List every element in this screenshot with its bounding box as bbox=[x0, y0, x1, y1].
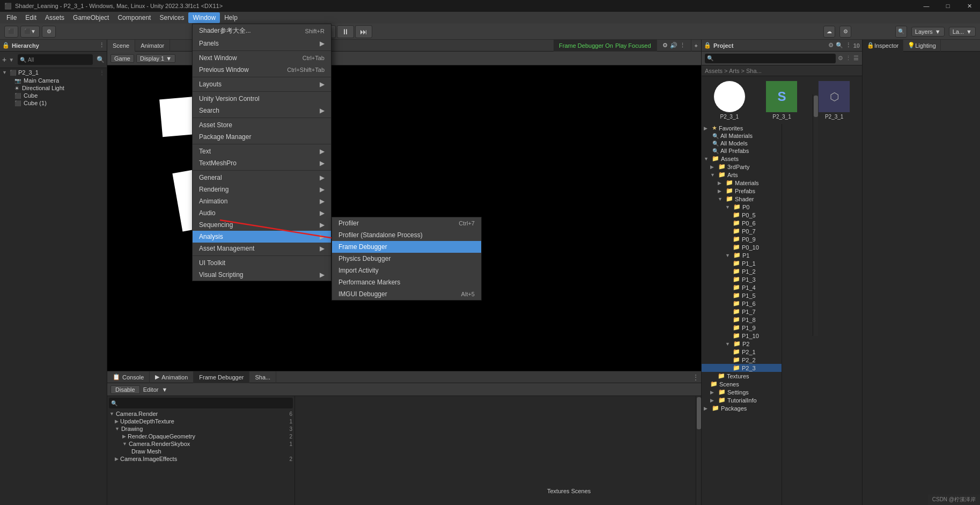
menu-item-visual-scripting[interactable]: Visual Scripting ▶ bbox=[193, 269, 331, 281]
hierarchy-add-button[interactable]: + bbox=[2, 55, 6, 64]
submenu-profiler[interactable]: Profiler Ctrl+7 bbox=[332, 217, 481, 229]
tree-p1-2[interactable]: 📁 P1_2 bbox=[702, 267, 782, 275]
menu-assets[interactable]: Assets bbox=[41, 12, 69, 23]
menu-window[interactable]: Window bbox=[188, 12, 220, 23]
console-tab[interactable]: 📋 Console bbox=[107, 371, 150, 383]
project-search-options[interactable]: ⚙ bbox=[838, 55, 843, 62]
layers-dropdown[interactable]: Layers ▼ bbox=[911, 27, 945, 36]
menu-item-audio[interactable]: Audio ▶ bbox=[193, 207, 331, 219]
project-icon-4[interactable]: 10 bbox=[853, 42, 860, 49]
tree-assets[interactable]: ▼ 📁 Assets bbox=[702, 155, 782, 163]
submenu-imgui-debugger[interactable]: IMGUI Debugger Alt+5 bbox=[332, 288, 481, 300]
account-button[interactable]: ⚙ bbox=[839, 26, 851, 38]
tree-p1-4[interactable]: 📁 P1_4 bbox=[702, 283, 782, 291]
menu-item-rendering[interactable]: Rendering ▶ bbox=[193, 184, 331, 195]
menu-item-panels[interactable]: Panels ▶ bbox=[193, 38, 331, 49]
game-tab[interactable]: Frame Debugger On Play Focused bbox=[554, 40, 657, 52]
tree-scenes[interactable]: 📁 Scenes bbox=[702, 380, 782, 388]
tree-p1-8[interactable]: 📁 P1_8 bbox=[702, 316, 782, 324]
frame-item-render-opaque[interactable]: ▶ Render.OpaqueGeometry 2 bbox=[107, 433, 294, 440]
scrollbar-thumb[interactable] bbox=[814, 96, 818, 117]
frame-item-draw-mesh[interactable]: Draw Mesh bbox=[107, 448, 294, 455]
menu-item-layouts[interactable]: Layouts ▶ bbox=[193, 78, 331, 90]
animation-tab[interactable]: ▶ Animation bbox=[150, 371, 194, 383]
frame-item-image-effects[interactable]: ▶ Camera.ImageEffects 2 bbox=[107, 455, 294, 463]
frame-scrollbar[interactable] bbox=[696, 396, 701, 505]
hierarchy-filter-icon[interactable]: 🔍 bbox=[97, 56, 105, 63]
menu-item-textmeshpro[interactable]: TextMeshPro ▶ bbox=[193, 157, 331, 169]
tree-p0-6[interactable]: 📁 P0_6 bbox=[702, 219, 782, 227]
menu-item-sequencing[interactable]: Sequencing ▶ bbox=[193, 219, 331, 231]
scene-tab[interactable]: Scene bbox=[107, 40, 135, 52]
menu-item-asset-management[interactable]: Asset Management ▶ bbox=[193, 243, 331, 254]
hierarchy-root[interactable]: ▼ ⬛ P2_3_1 ⋮ bbox=[0, 68, 107, 77]
tree-p1-1[interactable]: 📁 P1_1 bbox=[702, 259, 782, 267]
hierarchy-cube-1[interactable]: ⬛ Cube (1) bbox=[0, 99, 107, 107]
frame-item-drawing[interactable]: ▼ Drawing 3 bbox=[107, 425, 294, 433]
menu-item-prev-window[interactable]: Previous Window Ctrl+Shift+Tab bbox=[193, 64, 331, 76]
tree-p1-5[interactable]: 📁 P1_5 bbox=[702, 291, 782, 299]
menu-item-ui-toolkit[interactable]: UI Toolkit bbox=[193, 257, 331, 269]
menu-help[interactable]: Help bbox=[220, 12, 242, 23]
tree-p0-5[interactable]: 📁 P0_5 bbox=[702, 211, 782, 219]
submenu-performance-markers[interactable]: Performance Markers bbox=[332, 276, 481, 288]
menu-file[interactable]: File bbox=[2, 12, 21, 23]
project-lock-icon[interactable]: 🔒 bbox=[704, 42, 711, 49]
shader-tab[interactable]: Sha... bbox=[249, 371, 276, 383]
cloud-button[interactable]: ☁ bbox=[823, 26, 835, 38]
submenu-profiler-standalone[interactable]: Profiler (Standalone Process) bbox=[332, 229, 481, 241]
asset-p2-3-1-circle[interactable]: P2_3_1 bbox=[704, 78, 755, 122]
hierarchy-cube[interactable]: ⬛ Cube bbox=[0, 92, 107, 99]
step-button[interactable]: ⏭ bbox=[355, 25, 372, 38]
tree-p1-6[interactable]: 📁 P1_6 bbox=[702, 299, 782, 308]
project-icon-3[interactable]: ⋮ bbox=[845, 42, 851, 49]
tree-p1-10[interactable]: 📁 P1_10 bbox=[702, 332, 782, 340]
tree-prefabs[interactable]: ▶ 📁 Prefabs bbox=[702, 187, 782, 195]
animator-tab[interactable]: Animator bbox=[135, 40, 170, 52]
inspector-lock-icon[interactable]: 🔒 bbox=[867, 42, 874, 49]
lighting-tab[interactable]: 💡 Lighting bbox=[903, 40, 941, 52]
toolbar-btn-2[interactable]: ⬛▼ bbox=[20, 26, 40, 38]
tree-p2[interactable]: ▼ 📁 P2 bbox=[702, 340, 782, 348]
layout-dropdown[interactable]: La... ▼ bbox=[949, 27, 976, 36]
tree-p1-7[interactable]: 📁 P1_7 bbox=[702, 308, 782, 316]
bottom-panel-menu[interactable]: ⋮ bbox=[690, 372, 701, 382]
frame-item-update-depth[interactable]: ▶ UpdateDepthTexture 1 bbox=[107, 418, 294, 425]
submenu-physics-debugger[interactable]: Physics Debugger bbox=[332, 253, 481, 265]
toolbar-btn-1[interactable]: ⬛ bbox=[4, 26, 18, 38]
tree-p2-2[interactable]: 📁 P2_2 bbox=[702, 356, 782, 364]
tree-arts[interactable]: ▼ 📁 Arts bbox=[702, 171, 782, 179]
project-toggle-icon[interactable]: ☰ bbox=[853, 55, 859, 62]
tree-settings[interactable]: ▶ 📁 Settings bbox=[702, 388, 782, 396]
frame-item-render-skybox[interactable]: ▼ Camera.RenderSkybox 1 bbox=[107, 440, 294, 448]
viewport-scrollbar[interactable] bbox=[813, 94, 818, 336]
submenu-import-activity[interactable]: Import Activity bbox=[332, 265, 481, 276]
disable-button[interactable]: Disable bbox=[110, 385, 140, 394]
project-icon-1[interactable]: ⚙ bbox=[828, 42, 834, 49]
frame-scrollbar-thumb[interactable] bbox=[697, 397, 701, 429]
submenu-frame-debugger[interactable]: Frame Debugger bbox=[332, 241, 481, 253]
tree-p2-1[interactable]: 📁 P2_1 bbox=[702, 348, 782, 356]
menu-item-asset-store[interactable]: Asset Store bbox=[193, 119, 331, 131]
close-button[interactable]: ✕ bbox=[959, 0, 980, 12]
tree-p1-9[interactable]: 📁 P1_9 bbox=[702, 324, 782, 332]
tree-p0[interactable]: ▼ 📁 P0 bbox=[702, 203, 782, 211]
root-menu[interactable]: ⋮ bbox=[99, 70, 105, 76]
display-dropdown[interactable]: Display 1 ▼ bbox=[136, 54, 175, 63]
toolbar-btn-settings[interactable]: ⚙ bbox=[42, 26, 56, 38]
minimize-button[interactable]: — bbox=[916, 0, 937, 12]
frame-search[interactable]: 🔍 bbox=[109, 398, 293, 408]
game-icon-2[interactable]: 🔊 bbox=[670, 42, 677, 49]
tree-p1[interactable]: ▼ 📁 P1 bbox=[702, 251, 782, 259]
tree-tutorialinfo[interactable]: ▶ 📁 TutorialInfo bbox=[702, 396, 782, 404]
menu-item-general[interactable]: General ▶ bbox=[193, 172, 331, 184]
search-toolbar-button[interactable]: 🔍 bbox=[895, 26, 907, 38]
tree-shader[interactable]: ▼ 📁 Shader bbox=[702, 195, 782, 203]
game-menu[interactable]: ⋮ bbox=[680, 42, 686, 49]
tree-all-prefabs[interactable]: 🔍 All Prefabs bbox=[702, 147, 782, 155]
frame-debugger-tab[interactable]: Frame Debugger bbox=[194, 371, 249, 383]
tree-packages[interactable]: ▶ 📁 Packages bbox=[702, 404, 782, 412]
game-icon-1[interactable]: ⚙ bbox=[662, 42, 668, 49]
tree-p1-3[interactable]: 📁 P1_3 bbox=[702, 275, 782, 283]
hierarchy-main-camera[interactable]: 📷 Main Camera bbox=[0, 77, 107, 84]
